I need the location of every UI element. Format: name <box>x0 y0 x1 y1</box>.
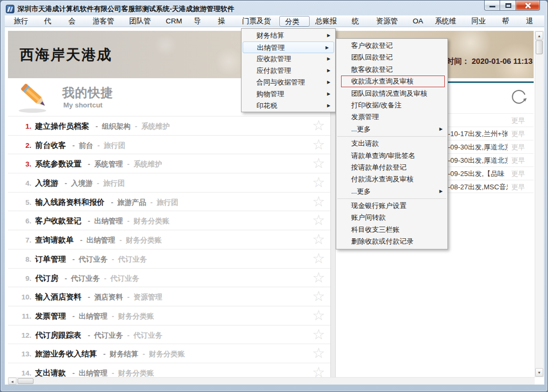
submenu-item-0-6[interactable]: 发票管理 <box>336 111 447 123</box>
vertical-scroll-thumb[interactable] <box>536 40 543 54</box>
star-icon[interactable]: ☆ <box>312 326 325 344</box>
menubar-item-11[interactable]: 统计 <box>346 16 370 27</box>
menubar-item-8[interactable]: 门票及货品 <box>236 16 279 27</box>
submenu-item-label: 打印收据/改备注 <box>351 101 402 109</box>
shortcut-row[interactable]: 5.输入线路资料和报价旅游产品旅行团☆ <box>8 192 330 211</box>
shortcut-row[interactable]: 13.旅游业务收入结算财务结算财务分类账☆ <box>8 344 330 363</box>
scroll-left-icon[interactable]: ◄ <box>8 378 16 385</box>
star-icon[interactable]: ☆ <box>312 287 325 305</box>
submenu-arrow-icon: ▶ <box>327 30 330 41</box>
submenu-item-0-1[interactable]: 团队回款登记 <box>336 52 447 63</box>
dropdown-item-2[interactable]: 应收款管理▶ <box>242 53 335 65</box>
more-link[interactable]: 更早 <box>511 127 525 140</box>
star-icon[interactable]: ☆ <box>312 173 325 191</box>
submenu-item-1-1[interactable]: 请款单查询/审批签名 <box>336 150 447 162</box>
submenu-item-0-2[interactable]: 散客收款登记 <box>336 64 447 76</box>
star-icon[interactable]: ☆ <box>312 211 325 229</box>
shortcut-row[interactable]: 3.系统参数设置系统管理系统维护☆ <box>8 154 330 173</box>
star-icon[interactable]: ☆ <box>312 116 325 135</box>
horizontal-scrollbar[interactable]: ◄ <box>8 377 535 385</box>
star-icon[interactable]: ☆ <box>312 136 325 154</box>
menubar-item-6[interactable]: 导游 <box>188 16 212 27</box>
submenu-item-1-2[interactable]: 按请款单付款登记 <box>336 162 447 173</box>
shortcut-row[interactable]: 9.代订房代订业务代订业务☆ <box>8 268 330 287</box>
shortcut-row[interactable]: 7.查询请款单出纳管理财务分类账☆ <box>8 230 330 249</box>
shortcut-row[interactable]: 10.输入酒店资料酒店资料资源管理☆ <box>8 287 330 306</box>
submenu-item-2-3[interactable]: 删除收款或付款记录 <box>336 236 447 247</box>
star-icon[interactable]: ☆ <box>312 269 325 287</box>
refresh-icon[interactable] <box>509 88 528 109</box>
menubar-item-16[interactable]: 帮助 <box>496 16 520 27</box>
menubar-item-3[interactable]: 游客管理 <box>87 16 123 27</box>
shortcut-subcategory: 财务分类账 <box>112 312 154 320</box>
star-icon[interactable]: ☆ <box>312 344 325 362</box>
menubar-item-2[interactable]: 会展 <box>63 16 87 27</box>
submenu-item-1-3[interactable]: 付款流水查询及审核 <box>336 173 447 185</box>
submenu-item-0-7[interactable]: ...更多▶ <box>336 123 447 135</box>
menubar-item-5[interactable]: CRM <box>160 16 188 27</box>
cashier-submenu: 客户收款登记团队回款登记散客收款登记收款流水查询及审核团队回款情况查询及审核打印… <box>336 38 448 249</box>
more-link[interactable]: 更早 <box>511 180 525 193</box>
shortcut-label: 代订房跟踪表 <box>35 331 81 339</box>
scroll-down-icon[interactable]: ▼ <box>535 368 543 377</box>
submenu-item-2-2[interactable]: 科目收支三栏账 <box>336 224 447 236</box>
star-icon[interactable]: ☆ <box>312 193 325 211</box>
menubar-item-4[interactable]: 团队管理 <box>123 16 160 27</box>
shortcut-label: 支出请款 <box>35 369 66 377</box>
star-icon[interactable]: ☆ <box>312 306 325 324</box>
more-link[interactable]: 更早 <box>511 114 525 127</box>
dropdown-item-5[interactable]: 购物管理▶ <box>242 88 335 100</box>
shortcut-row[interactable]: 6.客户收款登记出纳管理财务分类账☆ <box>8 211 330 230</box>
panel-splitter[interactable] <box>330 78 336 377</box>
menubar-item-10[interactable]: 总账报表 <box>310 16 346 27</box>
shortcut-row[interactable]: 12.代订房跟踪表代订业务代订业务☆ <box>8 325 330 344</box>
shortcut-row[interactable]: 14.支出请款出纳管理财务分类账☆ <box>8 363 330 377</box>
menubar-item-1[interactable]: 代订 <box>38 16 62 27</box>
menubar-item-15[interactable]: 同业圈 <box>466 16 496 27</box>
submenu-item-1-4[interactable]: ...更多▶ <box>336 186 447 197</box>
shortcut-label: 代订房 <box>35 274 59 282</box>
star-icon[interactable]: ☆ <box>312 363 325 377</box>
submenu-item-1-0[interactable]: 支出请款 <box>336 138 447 149</box>
star-icon[interactable]: ☆ <box>312 230 325 248</box>
submenu-item-0-4[interactable]: 团队回款情况查询及审核 <box>336 88 447 99</box>
vertical-scrollbar[interactable]: ▲ ▼ <box>535 31 544 377</box>
close-button[interactable] <box>516 1 540 11</box>
menubar-item-13[interactable]: OA <box>407 16 429 27</box>
maximize-button[interactable] <box>500 1 516 11</box>
dropdown-item-1[interactable]: 出纳管理▶ <box>243 41 334 53</box>
menu-separator <box>337 198 446 199</box>
submenu-item-label: 删除收款或付款记录 <box>351 237 413 245</box>
menubar-item-0[interactable]: 旅行团 <box>8 16 38 27</box>
dropdown-item-4[interactable]: 合同与收据管理▶ <box>242 77 335 88</box>
menubar-item-14[interactable]: 系统维护 <box>429 16 466 27</box>
menubar-item-17[interactable]: 退出 <box>520 16 544 27</box>
horizontal-scroll-thumb[interactable] <box>18 378 34 384</box>
menubar-item-7[interactable]: 操作 <box>212 16 236 27</box>
dropdown-item-0[interactable]: 财务结算▶ <box>242 30 335 41</box>
shortcut-row[interactable]: 1.建立操作员档案组织架构系统维护☆ <box>8 116 330 135</box>
menubar-item-9[interactable]: 分类账 <box>279 16 310 27</box>
submenu-item-0-3[interactable]: 收款流水查询及审核 <box>336 76 447 87</box>
submenu-item-2-0[interactable]: 现金银行账户设置 <box>336 200 447 212</box>
submenu-item-label: 账户间转款 <box>351 213 386 221</box>
shortcut-row[interactable]: 4.入境游入境游旅行团☆ <box>8 173 330 192</box>
more-link[interactable]: 更早 <box>511 140 525 153</box>
more-link[interactable]: 更早 <box>511 167 525 180</box>
menubar-item-12[interactable]: 资源管理 <box>370 16 407 27</box>
scroll-up-icon[interactable]: ▲ <box>535 31 543 40</box>
submenu-arrow-icon: ▶ <box>327 53 330 65</box>
submenu-item-2-1[interactable]: 账户间转款 <box>336 212 447 223</box>
submenu-arrow-icon: ▶ <box>327 77 330 88</box>
shortcut-row[interactable]: 11.发票管理出纳管理财务分类账☆ <box>8 306 330 325</box>
star-icon[interactable]: ☆ <box>312 249 325 268</box>
dropdown-item-3[interactable]: 应付款管理▶ <box>242 65 335 77</box>
star-icon[interactable]: ☆ <box>312 154 325 172</box>
submenu-item-0-0[interactable]: 客户收款登记 <box>336 40 447 52</box>
shortcut-row[interactable]: 2.前台收客前台旅行团☆ <box>8 135 330 154</box>
dropdown-item-6[interactable]: 印花税▶ <box>242 100 335 112</box>
shortcut-row[interactable]: 8.订单管理代订业务代订业务☆ <box>8 249 330 268</box>
more-link[interactable]: 更早 <box>511 154 525 166</box>
submenu-item-0-5[interactable]: 打印收据/改备注 <box>336 99 447 111</box>
minimize-button[interactable] <box>484 1 500 11</box>
